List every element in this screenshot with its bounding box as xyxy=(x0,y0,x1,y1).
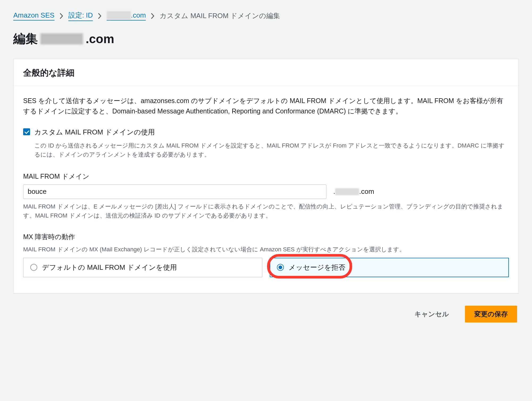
redacted-text xyxy=(40,33,83,44)
mailfrom-help-text: MAIL FROM ドメインは、E メールメッセージの [差出人] フィールドに… xyxy=(23,202,509,220)
chevron-right-icon xyxy=(98,13,102,19)
mx-failure-label: MX 障害時の動作 xyxy=(23,232,509,241)
breadcrumb-current: カスタム MAIL FROM ドメインの編集 xyxy=(160,11,280,21)
panel-header: 全般的な詳細 xyxy=(14,59,518,86)
cancel-button[interactable]: キャンセル xyxy=(405,306,458,322)
checkbox-label: カスタム MAIL FROM ドメインの使用 xyxy=(34,128,155,137)
form-footer: キャンセル 変更の保存 xyxy=(13,306,519,322)
redacted-text: xxxxxxx xyxy=(107,11,131,19)
general-details-panel: 全般的な詳細 SES を介して送信するメッセージは、amazonses.com … xyxy=(13,59,519,293)
breadcrumb-domain-suffix: .com xyxy=(131,11,146,19)
mx-option-default-label: デフォルトの MAIL FROM ドメインを使用 xyxy=(42,263,177,272)
page-title-prefix: 編集 xyxy=(13,31,38,47)
breadcrumb-config-link[interactable]: 設定: ID xyxy=(68,11,93,21)
mailfrom-domain-input[interactable] xyxy=(23,185,326,199)
page-title: 編集 .com xyxy=(13,31,519,47)
mailfrom-domain-label: MAIL FROM ドメイン xyxy=(23,172,509,181)
mx-option-default[interactable]: デフォルトの MAIL FROM ドメインを使用 xyxy=(23,258,262,277)
breadcrumb: Amazon SES 設定: ID xxxxxxx.com カスタム MAIL … xyxy=(13,11,519,21)
mailfrom-domain-suffix: ..com xyxy=(333,187,374,196)
chevron-right-icon xyxy=(151,13,155,19)
radio-icon xyxy=(30,264,37,271)
checkbox-icon xyxy=(23,128,30,135)
breadcrumb-domain-link[interactable]: xxxxxxx.com xyxy=(107,11,146,21)
radio-icon xyxy=(277,264,284,271)
save-button[interactable]: 変更の保存 xyxy=(465,306,517,322)
checkbox-help-text: この ID から送信されるメッセージ用にカスタム MAIL FROM ドメインを… xyxy=(34,141,509,159)
use-custom-mailfrom-checkbox[interactable]: カスタム MAIL FROM ドメインの使用 xyxy=(23,128,509,137)
mx-failure-help: MAIL FROM ドメインの MX (Mail Exchange) レコードが… xyxy=(23,245,509,254)
redacted-text xyxy=(335,188,359,195)
breadcrumb-root-link[interactable]: Amazon SES xyxy=(13,11,55,21)
page-title-suffix: .com xyxy=(86,32,114,46)
mx-failure-options: デフォルトの MAIL FROM ドメインを使用 メッセージを拒否 xyxy=(23,258,509,277)
mx-option-reject[interactable]: メッセージを拒否 xyxy=(270,258,509,277)
mx-option-reject-label: メッセージを拒否 xyxy=(289,263,345,272)
panel-description: SES を介して送信するメッセージは、amazonses.com のサブドメイン… xyxy=(23,96,509,116)
chevron-right-icon xyxy=(59,13,64,19)
